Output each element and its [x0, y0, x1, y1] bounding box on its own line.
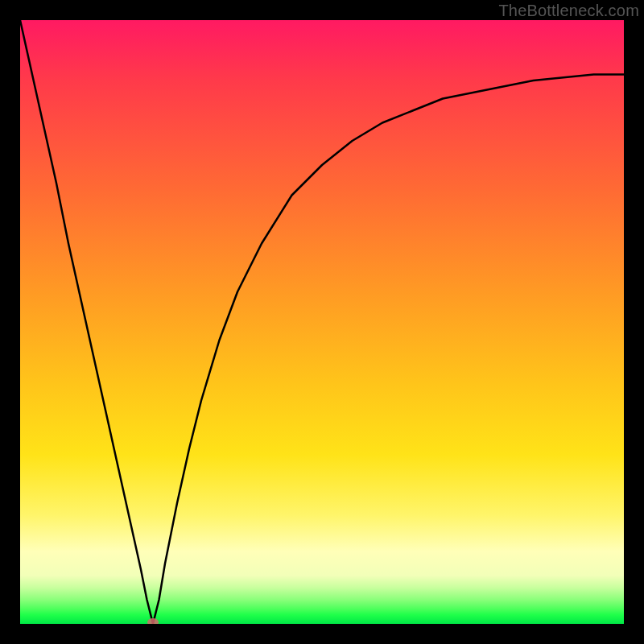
bottleneck-curve — [20, 20, 624, 624]
chart-frame: TheBottleneck.com — [0, 0, 644, 644]
minimum-point-marker — [147, 618, 159, 624]
watermark-text: TheBottleneck.com — [498, 2, 639, 20]
curve-layer — [20, 20, 624, 624]
plot-area — [20, 20, 624, 624]
